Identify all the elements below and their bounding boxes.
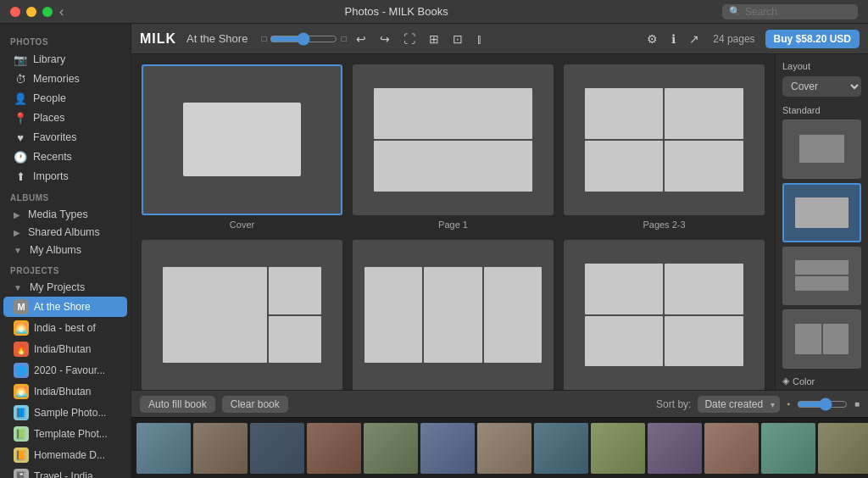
sidebar-item-library[interactable]: 📷 Library (3, 50, 127, 69)
project-homemade-d[interactable]: 📙 Homemade D... (3, 445, 127, 465)
project-india-bhutan[interactable]: 🔥 India/Bhutan (3, 339, 127, 359)
sidebar-item-shared-albums[interactable]: ▶ Shared Albums (3, 224, 127, 241)
project-label-at-the-shore: At the Shore (34, 301, 91, 313)
sort-wrapper[interactable]: Date created Title Manual (698, 396, 780, 413)
layout-select[interactable]: Cover Page Spread (782, 76, 861, 97)
page-preview-2-3[interactable] (564, 64, 765, 215)
sidebar-label-recents: Recents (33, 151, 72, 163)
film-thumb-8[interactable] (591, 423, 645, 474)
albums-section-label: Albums (0, 186, 131, 205)
search-box[interactable]: 🔍 (722, 4, 858, 19)
project-sample-photo[interactable]: 📘 Sample Photo... (3, 403, 127, 423)
book-title: At the Shore (186, 32, 248, 45)
two-col-button[interactable]: ⫿ (473, 31, 486, 47)
page1-layout (374, 88, 531, 192)
film-thumb-9[interactable] (648, 423, 702, 474)
layout-thumb-2[interactable] (782, 183, 861, 242)
people-icon: 👤 (14, 92, 27, 105)
zoom-control[interactable]: □ □ (261, 32, 346, 46)
layout-thumb-3[interactable] (782, 247, 861, 306)
film-thumb-10[interactable] (704, 423, 759, 474)
minimize-button[interactable] (26, 7, 36, 17)
page-preview-6-7[interactable] (353, 240, 554, 390)
layout-section-label: Layout (782, 61, 861, 71)
expand-button[interactable]: ⛶ (400, 31, 419, 47)
page-thumb-1[interactable]: Page 1 (353, 64, 554, 230)
page-preview-cover[interactable] (142, 64, 342, 215)
project-template-phot[interactable]: 📗 Template Phot... (3, 424, 127, 444)
titlebar: ‹ Photos - MILK Books 🔍 (0, 0, 868, 24)
sidebar-item-my-projects[interactable]: ▼ My Projects (3, 279, 127, 296)
film-thumb-12[interactable] (818, 423, 868, 474)
project-label-travel-india: Travel - India... (34, 470, 102, 478)
project-at-the-shore[interactable]: M At the Shore (3, 297, 127, 317)
sidebar-label-favorites: Favorites (33, 131, 76, 143)
film-thumb-6[interactable] (477, 423, 531, 474)
layout-thumb-inner-1 (799, 135, 844, 163)
buy-button[interactable]: Buy $58.20 USD (765, 30, 860, 48)
sidebar-item-memories[interactable]: ⏱ Memories (3, 69, 127, 88)
undo-button[interactable]: ↩ (353, 31, 370, 47)
imports-icon: ⬆ (14, 170, 27, 183)
close-button[interactable] (10, 7, 20, 17)
sidebar-item-people[interactable]: 👤 People (3, 89, 127, 108)
sidebar-item-imports[interactable]: ⬆ Imports (3, 167, 127, 186)
layout-thumb-4[interactable] (782, 309, 861, 369)
share-button[interactable]: ↗ (686, 31, 703, 47)
maximize-button[interactable] (42, 7, 53, 17)
page-thumb-cover[interactable]: Cover (142, 64, 342, 230)
zoom-slider[interactable] (270, 32, 337, 46)
sidebar-item-places[interactable]: 📍 Places (3, 108, 127, 127)
cover-layout (183, 103, 302, 176)
redo-button[interactable]: ↪ (376, 31, 393, 47)
layout-thumb-1[interactable] (782, 119, 861, 179)
sidebar-label-media-types: Media Types (28, 208, 88, 220)
sidebar-item-favorites[interactable]: ♥ Favorites (3, 128, 127, 147)
film-thumb-7[interactable] (534, 423, 588, 474)
page-thumb-2-3[interactable]: Pages 2-3 (564, 64, 765, 230)
places-icon: 📍 (14, 111, 27, 125)
page-preview-1[interactable] (353, 64, 554, 215)
film-thumb-3[interactable] (307, 423, 361, 474)
favorites-icon: ♥ (14, 131, 27, 144)
project-icon-travel-india: 📓 (14, 469, 29, 478)
film-thumb-11[interactable] (761, 423, 815, 474)
film-thumb-1[interactable] (193, 423, 248, 474)
settings-button[interactable]: ⚙ (643, 31, 661, 47)
page-preview-8-9[interactable] (564, 240, 765, 390)
view-toggle-button[interactable]: ⊡ (449, 31, 466, 47)
clear-book-button[interactable]: Clear book (222, 396, 288, 413)
search-input[interactable] (745, 6, 847, 18)
sidebar-label-library: Library (33, 53, 65, 65)
pages-count: 24 pages (713, 33, 754, 45)
film-thumb-5[interactable] (420, 423, 475, 474)
page-thumb-4-5[interactable]: Pages 4-5 (142, 240, 342, 390)
page-preview-4-5[interactable] (142, 240, 342, 390)
standard-label: Standard (782, 105, 861, 115)
auto-fill-button[interactable]: Auto fill book (140, 396, 215, 413)
color-section: ◈ Color (782, 375, 861, 390)
sidebar-label-memories: Memories (33, 73, 80, 85)
page-thumb-8-9[interactable]: Pages 8-9 (564, 240, 765, 390)
info-button[interactable]: ℹ (668, 31, 679, 47)
page-thumb-6-7[interactable]: Pages 6-7 (353, 240, 554, 390)
project-india-bhutan2[interactable]: 🌅 India/Bhutan (3, 381, 127, 402)
sort-select[interactable]: Date created Title Manual (698, 396, 780, 413)
palette-icon: ◈ (782, 375, 789, 386)
thumb-size-large-icon: ■ (854, 399, 860, 409)
sidebar-item-recents[interactable]: 🕐 Recents (3, 147, 127, 166)
film-thumb-0[interactable] (136, 423, 191, 474)
back-button[interactable]: ‹ (59, 4, 64, 19)
sidebar-item-my-albums[interactable]: ▼ My Albums (3, 242, 127, 258)
project-india-best[interactable]: 🌅 India - best of (3, 318, 127, 338)
film-thumb-4[interactable] (364, 423, 418, 474)
grid-view-button[interactable]: ⊞ (426, 31, 442, 47)
film-thumb-2[interactable] (250, 423, 304, 474)
sidebar-item-media-types[interactable]: ▶ Media Types (3, 206, 127, 223)
project-travel-india[interactable]: 📓 Travel - India... (3, 466, 127, 478)
thumbnail-size-slider[interactable] (797, 397, 848, 411)
sidebar: Photos 📷 Library ⏱ Memories 👤 People 📍 P… (0, 24, 131, 478)
book-main: Cover Page 1 (131, 54, 868, 390)
project-2020-fav[interactable]: 🌐 2020 - Favour... (3, 360, 127, 381)
expand-icon: ▶ (14, 210, 20, 220)
